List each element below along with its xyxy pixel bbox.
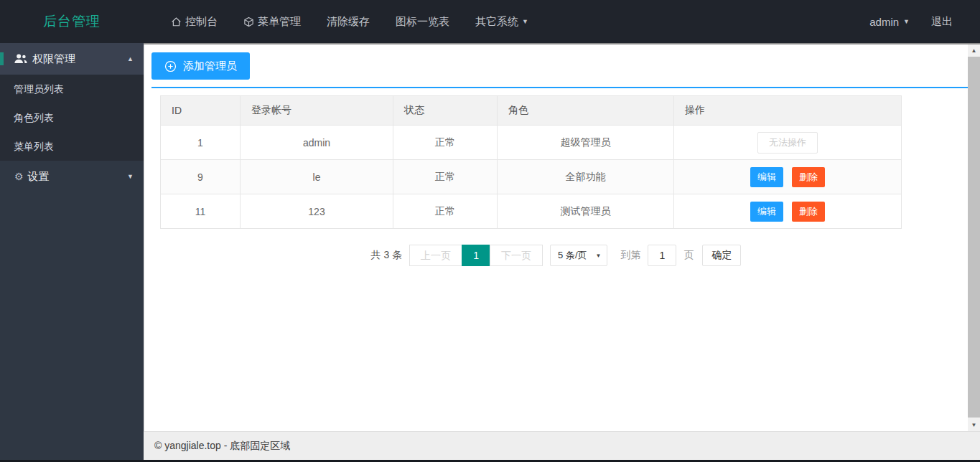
gear-icon: ⚙ [14, 171, 24, 182]
vertical-scrollbar[interactable]: ▲ ▼ [968, 44, 980, 431]
goto-suffix-label: 页 [683, 249, 694, 262]
username: admin [869, 16, 899, 28]
edit-button[interactable]: 编辑 [750, 167, 783, 187]
footer-text: © yangjiale.top - 底部固定区域 [154, 440, 290, 453]
nav-label: 清除缓存 [327, 15, 370, 29]
nav-label: 菜单管理 [258, 15, 301, 29]
cell-role: 全部功能 [498, 160, 674, 194]
table-row: 11 123 正常 测试管理员 编辑 删除 [161, 194, 902, 229]
cell-status: 正常 [393, 194, 498, 229]
user-menu[interactable]: admin ▼ [869, 16, 910, 28]
cell-account: le [241, 160, 393, 194]
next-page-button[interactable]: 下一页 [490, 245, 543, 266]
pagination-total: 共 3 条 [371, 249, 403, 262]
main-row: 权限管理 ▲ 管理员列表 角色列表 菜单列表 ⚙ 设置 ▼ [0, 43, 980, 460]
nav-item-menu-management[interactable]: 菜单管理 [243, 15, 301, 29]
chevron-up-icon: ▲ [127, 55, 134, 62]
active-indicator [0, 52, 4, 65]
page-size-select[interactable]: 5 条/页 ▼ [550, 245, 607, 266]
pagination: 共 3 条 上一页 1 下一页 5 条/页 ▼ 到第 页 确定 [151, 245, 961, 266]
prev-page-button[interactable]: 上一页 [409, 245, 462, 266]
delete-button[interactable]: 删除 [792, 202, 825, 222]
users-icon [14, 54, 27, 64]
chevron-down-icon: ▼ [903, 19, 910, 25]
navbar-right: admin ▼ 退出 [869, 15, 980, 29]
col-header-role: 角色 [498, 96, 674, 126]
goto-page-input[interactable] [648, 245, 676, 266]
chevron-down-icon: ▼ [522, 19, 528, 25]
scroll-down-icon[interactable]: ▼ [968, 419, 980, 431]
logout-link[interactable]: 退出 [931, 15, 953, 29]
cell-role: 超级管理员 [498, 126, 674, 160]
add-admin-label: 添加管理员 [183, 60, 237, 73]
cell-account: 123 [241, 194, 393, 229]
cell-account: admin [241, 126, 393, 160]
nav-item-icon-list[interactable]: 图标一览表 [396, 15, 449, 29]
nav-item-console[interactable]: 控制台 [171, 15, 218, 29]
col-header-status: 状态 [393, 96, 498, 126]
nav-item-clear-cache[interactable]: 清除缓存 [327, 15, 370, 29]
col-header-id: ID [161, 96, 241, 126]
sidebar-group-settings[interactable]: ⚙ 设置 ▼ [0, 161, 144, 192]
cell-id: 11 [161, 194, 241, 229]
page-size-value: 5 条/页 [558, 249, 587, 262]
admin-table: ID 登录帐号 状态 角色 操作 1 admin 正常 [160, 95, 902, 229]
sidebar-group-label: 权限管理 [32, 52, 75, 66]
sidebar-group-permissions[interactable]: 权限管理 ▲ [0, 43, 144, 75]
scroll-up-icon[interactable]: ▲ [968, 44, 980, 57]
sidebar-item-role-list[interactable]: 角色列表 [0, 103, 144, 132]
cell-id: 1 [161, 126, 241, 160]
nav-label: 其它系统 [475, 15, 518, 29]
nav-label: 控制台 [185, 15, 218, 29]
home-icon [171, 16, 182, 27]
confirm-button[interactable]: 确定 [702, 245, 741, 266]
sidebar-item-menu-list[interactable]: 菜单列表 [0, 132, 144, 161]
sidebar-group-label: 设置 [28, 170, 50, 184]
add-admin-button[interactable]: 添加管理员 [151, 52, 250, 80]
table-header-row: ID 登录帐号 状态 角色 操作 [161, 96, 902, 126]
cell-actions: 编辑 删除 [674, 194, 902, 229]
nav-label: 图标一览表 [396, 15, 449, 29]
cell-actions: 编辑 删除 [674, 160, 902, 194]
cube-icon [243, 16, 254, 27]
cell-actions: 无法操作 [674, 126, 902, 160]
toolbar-divider [151, 87, 968, 88]
brand-logo[interactable]: 后台管理 [0, 12, 144, 31]
cell-status: 正常 [393, 160, 498, 194]
app-window: 后台管理 控制台 菜单管理 清除缓存 图标一览表 [0, 0, 980, 460]
nav-item-other-systems[interactable]: 其它系统 ▼ [475, 15, 528, 29]
page-1-button[interactable]: 1 [462, 245, 490, 266]
delete-button[interactable]: 删除 [792, 167, 825, 187]
no-action-button: 无法操作 [757, 132, 818, 154]
chevron-down-icon: ▼ [127, 173, 134, 180]
plus-circle-icon [164, 60, 177, 72]
sidebar-item-admin-list[interactable]: 管理员列表 [0, 75, 144, 103]
scroll-area: 添加管理员 ID 登录帐号 状态 角色 操作 [144, 44, 980, 431]
col-header-actions: 操作 [674, 96, 902, 126]
sidebar-submenu: 管理员列表 角色列表 菜单列表 [0, 75, 144, 161]
scrollbar-thumb[interactable] [968, 57, 980, 418]
edit-button[interactable]: 编辑 [750, 202, 783, 222]
table-row: 9 le 正常 全部功能 编辑 删除 [161, 160, 902, 194]
cell-id: 9 [161, 160, 241, 194]
cell-status: 正常 [393, 126, 498, 160]
top-nav: 控制台 菜单管理 清除缓存 图标一览表 其它系统 ▼ [144, 15, 528, 29]
main-content: 添加管理员 ID 登录帐号 状态 角色 操作 [144, 44, 968, 431]
cell-role: 测试管理员 [498, 194, 674, 229]
footer: © yangjiale.top - 底部固定区域 [144, 431, 980, 460]
top-navbar: 后台管理 控制台 菜单管理 清除缓存 图标一览表 [0, 0, 980, 43]
sidebar: 权限管理 ▲ 管理员列表 角色列表 菜单列表 ⚙ 设置 ▼ [0, 43, 144, 460]
goto-prefix-label: 到第 [620, 249, 640, 262]
col-header-account: 登录帐号 [241, 96, 393, 126]
content-column: 添加管理员 ID 登录帐号 状态 角色 操作 [144, 43, 980, 460]
table-row: 1 admin 正常 超级管理员 无法操作 [161, 126, 902, 160]
chevron-down-icon: ▼ [596, 253, 602, 259]
